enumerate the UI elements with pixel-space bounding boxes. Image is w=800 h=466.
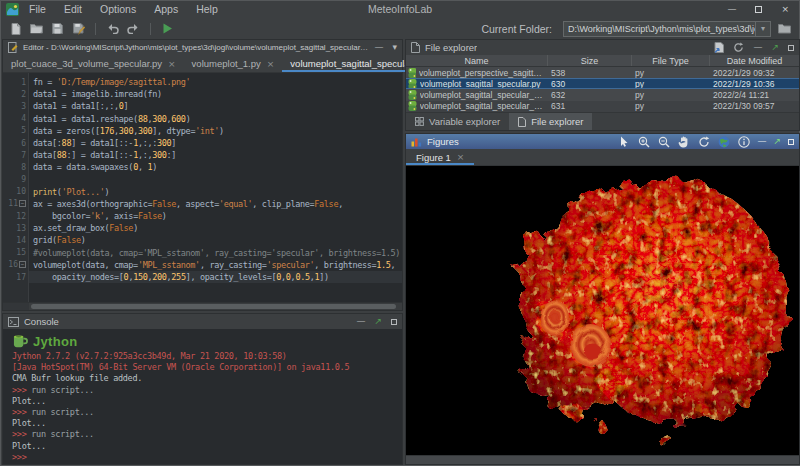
- window-minimize-button[interactable]: —: [727, 1, 736, 18]
- code-token: 176: [100, 126, 114, 136]
- tab-close-icon[interactable]: ×: [168, 59, 176, 69]
- figures-title: Figures: [427, 136, 459, 147]
- column-header-modified[interactable]: Date Modified: [710, 55, 799, 66]
- save-as-icon[interactable]: [71, 21, 86, 37]
- menu-apps[interactable]: Apps: [145, 1, 187, 18]
- window-maximize-button[interactable]: [755, 6, 762, 13]
- line-number: 17: [16, 273, 26, 282]
- editor-tab[interactable]: plot_cuace_3d_volume_specular.py ×: [3, 55, 184, 72]
- gutter-line: 8: [3, 161, 28, 173]
- menu-help[interactable]: Help: [187, 1, 227, 18]
- combobox-dropdown-icon[interactable]: ▾: [755, 22, 770, 36]
- editor-minimize-icon[interactable]: —: [374, 40, 383, 55]
- editor-hscrollbar[interactable]: [3, 302, 402, 310]
- column-header-name[interactable]: Name: [406, 55, 548, 66]
- code-token: #volumeplot(data, cmap='MPL_sstanom', ra…: [33, 248, 400, 258]
- console-token: run script...: [31, 385, 94, 395]
- gutter-line: 12: [3, 210, 28, 222]
- column-header-size[interactable]: Size: [548, 55, 632, 66]
- run-icon[interactable]: [160, 21, 175, 37]
- open-file-icon[interactable]: [714, 42, 724, 53]
- code-line: volumeplot(data, cmap='MPL_sstanom', ray…: [33, 259, 402, 271]
- code-line: data = zeros([176,300,300], dtype='int'): [33, 125, 402, 137]
- column-header-filetype[interactable]: File Type: [632, 55, 710, 66]
- menu-edit[interactable]: Edit: [55, 1, 91, 18]
- table-row[interactable]: volumeplot_perspective_sagittal_sp...538…: [406, 67, 799, 78]
- code-token: :]: [167, 150, 177, 160]
- code-token: data1 = data1.reshape(: [33, 114, 138, 124]
- volume-plot-canvas[interactable]: [406, 166, 799, 455]
- tab-file-explorer[interactable]: File explorer: [509, 113, 592, 130]
- figure-tab-active[interactable]: Figure 1 ×: [406, 149, 474, 165]
- code-token: ): [105, 187, 110, 197]
- gutter-line: 6: [3, 137, 28, 149]
- line-number: 6: [21, 139, 26, 148]
- save-icon[interactable]: [50, 21, 65, 37]
- figure-viewport[interactable]: [406, 166, 799, 455]
- tab-close-icon[interactable]: ×: [457, 152, 465, 162]
- table-row[interactable]: volumeplot_sagittal_specular.py630py2022…: [406, 78, 799, 89]
- console-output[interactable]: Jython Jython 2.7.2 (v2.7.2:925a3cc3b49d…: [3, 329, 402, 464]
- code-token: 88: [57, 150, 67, 160]
- redo-icon[interactable]: [126, 21, 141, 37]
- console-float-icon[interactable]: ↗: [374, 314, 382, 329]
- tab-variable-explorer[interactable]: Variable explorer: [406, 113, 509, 130]
- menu-file[interactable]: File: [20, 1, 55, 18]
- globe-icon[interactable]: [717, 135, 730, 148]
- console-line: [Java HotSpot(TM) 64-Bit Server VM (Orac…: [12, 362, 402, 373]
- figure-bottom-strip: [406, 455, 799, 464]
- rotate-icon[interactable]: [697, 135, 710, 148]
- scrollbar-track[interactable]: [29, 303, 402, 310]
- console-token: Plot...: [12, 418, 46, 428]
- gutter-line: 1: [3, 76, 28, 88]
- editor-tab[interactable]: volumeplot_1.py ×: [184, 55, 283, 72]
- scrollbar-thumb[interactable]: [31, 304, 396, 309]
- console-line: >>> run script...: [12, 385, 402, 396]
- fold-marker-icon[interactable]: −: [19, 200, 26, 207]
- refresh-icon[interactable]: [733, 42, 744, 53]
- fold-marker-icon[interactable]: −: [19, 261, 26, 268]
- code-editor-area[interactable]: 1234567891011−1213141516−17 fn = 'D:/Tem…: [3, 73, 402, 302]
- code-token: ): [152, 162, 157, 172]
- file-explorer-maximize-icon[interactable]: [788, 45, 794, 51]
- figures-maximize-icon[interactable]: [788, 139, 794, 145]
- open-folder-icon[interactable]: [29, 21, 44, 37]
- gutter-line: 9: [3, 174, 28, 186]
- code-token: data1 = imagelib.imread(fn): [33, 89, 162, 99]
- table-row[interactable]: volumeplot_sagittal_specular_1.py632py20…: [406, 89, 799, 100]
- zoom-in-icon[interactable]: [637, 135, 650, 148]
- console-maximize-icon[interactable]: [391, 319, 397, 325]
- file-name: volumeplot_sagittal_specular.py: [420, 79, 541, 88]
- pointer-icon[interactable]: [617, 135, 630, 148]
- menu-options[interactable]: Options: [91, 1, 145, 18]
- pan-hand-icon[interactable]: [677, 135, 690, 148]
- tab-close-icon[interactable]: ×: [267, 59, 275, 69]
- zoom-out-icon[interactable]: [657, 135, 670, 148]
- code-token: 300: [152, 150, 166, 160]
- code-token: ): [162, 211, 167, 221]
- figures-float-icon[interactable]: ↗: [773, 134, 781, 149]
- code-token: ], dtype=: [152, 126, 195, 136]
- new-file-icon[interactable]: [8, 21, 23, 37]
- file-explorer-minimize-icon[interactable]: —: [753, 40, 762, 55]
- current-folder-combobox[interactable]: D:\Working\MIScript\Jython\mis\plot_type…: [563, 21, 771, 37]
- table-row[interactable]: volumeplot_sagittal_specular_2.py631py20…: [406, 101, 799, 112]
- code-token: data = data.swapaxes(: [33, 162, 133, 172]
- line-number: 2: [21, 90, 26, 99]
- undo-icon[interactable]: [105, 21, 120, 37]
- console-minimize-icon[interactable]: —: [356, 314, 365, 329]
- console-line: Plot...: [12, 396, 402, 407]
- file-name: volumeplot_sagittal_specular_2.py: [420, 101, 545, 111]
- file-explorer-float-icon[interactable]: ↗: [771, 40, 779, 55]
- info-icon[interactable]: [737, 135, 750, 148]
- gutter-line: 3: [3, 100, 28, 112]
- browse-folder-icon[interactable]: [777, 21, 792, 37]
- gutter-line: 16−: [3, 259, 28, 271]
- window-close-button[interactable]: ×: [781, 1, 789, 18]
- main-toolbar: Current Folder: D:\Working\MIScript\Jyth…: [1, 18, 799, 39]
- code-token: ,: [338, 199, 343, 209]
- editor-menu-icon[interactable]: ▾: [392, 40, 397, 55]
- editor-tab-label: volumeplot_1.py: [192, 58, 261, 69]
- figures-minimize-icon[interactable]: —: [757, 134, 766, 149]
- python-file-icon: [408, 79, 417, 88]
